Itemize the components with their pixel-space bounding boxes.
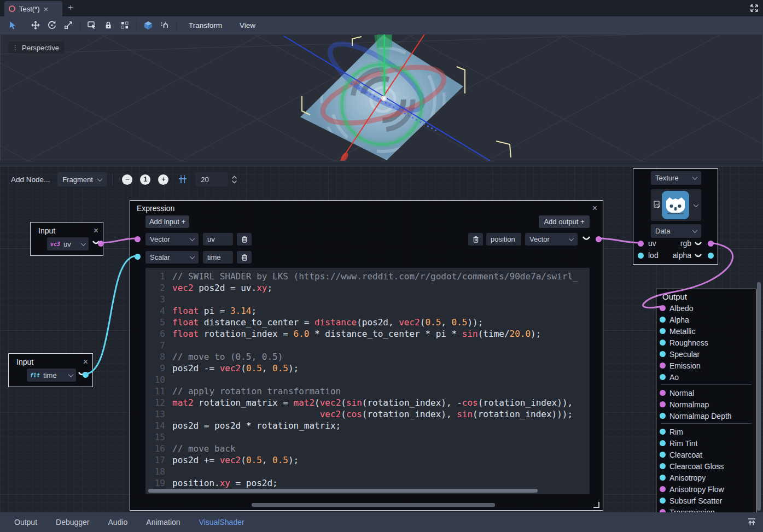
- bottom-tab-audio[interactable]: Audio: [102, 515, 135, 530]
- new-scene-tab-button[interactable]: +: [66, 2, 75, 13]
- texture-preview-widget[interactable]: [651, 189, 701, 221]
- zoom-out-button[interactable]: −: [122, 174, 132, 185]
- remove-input-button[interactable]: [237, 233, 252, 245]
- viewport-handle-icon: ⋮: [12, 44, 19, 51]
- output-port-row: Albedo: [656, 302, 756, 314]
- graph-node-expression[interactable]: Expression × Add input + Add output + Ve…: [130, 200, 603, 511]
- close-node-icon[interactable]: ×: [83, 358, 88, 366]
- input-type-dropdown[interactable]: Scalar: [145, 251, 199, 264]
- graph-horizontal-scrollbar[interactable]: [252, 503, 495, 507]
- input-port-transmission[interactable]: [660, 509, 666, 512]
- code-line: 6float rotation_index = 6.0 * distance_t…: [149, 328, 590, 340]
- remove-input-button[interactable]: [237, 251, 252, 264]
- local-space-toggle-button[interactable]: [140, 18, 156, 32]
- output-port-position[interactable]: [596, 236, 602, 242]
- input-port-rim-tint[interactable]: [660, 440, 666, 446]
- close-node-icon[interactable]: ×: [592, 204, 597, 213]
- close-node-icon[interactable]: ×: [94, 226, 98, 235]
- rotate-tool-button[interactable]: [44, 18, 60, 32]
- output-port-row: Metallic: [656, 325, 756, 337]
- snap-toggle-button[interactable]: [156, 18, 173, 32]
- snap-distance-spinbox[interactable]: 20: [195, 172, 228, 186]
- input-port-clearcoat-gloss[interactable]: [660, 463, 666, 469]
- select-tool-button[interactable]: [4, 18, 21, 32]
- input-type-dropdown[interactable]: Vector: [145, 233, 199, 245]
- input-port-rim[interactable]: [660, 429, 666, 435]
- bottom-tab-animation[interactable]: Animation: [139, 515, 187, 530]
- port-preview-icon[interactable]: [694, 241, 702, 247]
- port-preview-icon[interactable]: [582, 236, 591, 242]
- fullscreen-toggle-icon[interactable]: [750, 4, 759, 13]
- scale-tool-button[interactable]: [60, 18, 77, 32]
- graph-node-input-time[interactable]: Input × flt time: [8, 353, 93, 387]
- scene-tab-title: Test(*): [19, 5, 40, 13]
- input-name-field[interactable]: uv: [203, 233, 233, 245]
- input-port-albedo[interactable]: [660, 305, 666, 311]
- input-port-normalmap[interactable]: [660, 401, 666, 407]
- input-port-uv[interactable]: [638, 241, 644, 247]
- input-name-field[interactable]: time: [203, 251, 233, 264]
- output-type-dropdown[interactable]: Vector: [525, 233, 578, 245]
- graph-node-input-uv[interactable]: Input × vc3 uv: [30, 222, 103, 256]
- output-port-uv[interactable]: [98, 241, 104, 247]
- tab-close-icon[interactable]: ×: [44, 5, 49, 13]
- input-port-emission[interactable]: [660, 363, 666, 369]
- shader-stage-dropdown[interactable]: Fragment: [57, 172, 107, 186]
- output-port-alpha[interactable]: [708, 253, 714, 259]
- texture-data-dropdown[interactable]: Data: [651, 224, 701, 238]
- transform-menu[interactable]: Transform: [180, 21, 231, 30]
- port-group-separator: [661, 423, 752, 424]
- input-port-time[interactable]: [135, 254, 141, 260]
- visualshader-graph[interactable]: Add Node... Fragment − 1 + 20: [0, 166, 763, 512]
- code-line: 1// SWIRL SHADER by LKS (https://www.red…: [149, 271, 590, 282]
- input-port-alpha[interactable]: [660, 317, 666, 323]
- input-port-lod[interactable]: [638, 253, 644, 259]
- group-object-button[interactable]: [117, 18, 133, 32]
- input-port-subsurf-scatter[interactable]: [660, 498, 666, 504]
- view-menu[interactable]: View: [231, 21, 264, 30]
- port-label: alpha: [673, 251, 691, 260]
- port-label: Normal: [669, 389, 694, 397]
- input-port-normalmap-depth[interactable]: [660, 413, 666, 419]
- node-resize-handle[interactable]: [593, 502, 599, 508]
- remove-output-button[interactable]: [468, 233, 483, 245]
- zoom-reset-button[interactable]: 1: [140, 174, 150, 185]
- spinbox-stepper-icon[interactable]: [231, 176, 237, 184]
- input-port-roughness[interactable]: [660, 340, 666, 346]
- lock-object-button[interactable]: [100, 18, 117, 32]
- expand-bottom-panel-icon[interactable]: [747, 518, 756, 526]
- output-name-field[interactable]: position: [486, 233, 521, 245]
- input-port-normal[interactable]: [660, 390, 666, 396]
- move-tool-button[interactable]: [27, 18, 44, 32]
- input-port-ao[interactable]: [660, 374, 666, 380]
- bottom-tab-visualshader[interactable]: VisualShader: [193, 515, 251, 530]
- scene-tab-test[interactable]: Test(*) ×: [4, 1, 62, 16]
- list-select-tool-button[interactable]: [84, 18, 100, 32]
- grid-snap-toggle[interactable]: [174, 172, 191, 186]
- input-source-dropdown[interactable]: vc3 uv: [47, 237, 89, 250]
- input-port-metallic[interactable]: [660, 328, 666, 334]
- add-node-button[interactable]: Add Node...: [8, 172, 53, 187]
- expression-code-editor[interactable]: 1// SWIRL SHADER by LKS (https://www.red…: [145, 268, 590, 494]
- add-output-button[interactable]: Add output +: [539, 215, 590, 228]
- zoom-in-button[interactable]: +: [158, 174, 168, 185]
- graph-node-output[interactable]: Output AlbedoAlphaMetallicRoughnessSpecu…: [656, 289, 756, 512]
- input-port-specular[interactable]: [660, 351, 666, 357]
- 3d-viewport[interactable]: ⋮ Perspective: [0, 34, 763, 161]
- input-port-clearcoat[interactable]: [660, 452, 666, 458]
- input-source-dropdown[interactable]: flt time: [27, 369, 76, 382]
- input-port-anisotropy[interactable]: [660, 475, 666, 481]
- port-preview-icon[interactable]: [694, 253, 702, 259]
- output-port-time[interactable]: [83, 372, 89, 378]
- bottom-tab-output[interactable]: Output: [8, 515, 44, 530]
- input-port-anisotropy-flow[interactable]: [660, 486, 666, 492]
- output-port-row: Alpha: [656, 314, 756, 325]
- output-port-rgb[interactable]: [708, 241, 714, 247]
- code-horizontal-scrollbar[interactable]: [148, 489, 538, 493]
- code-line: 19position.xy = pos2d;: [149, 477, 590, 489]
- perspective-menu[interactable]: ⋮ Perspective: [8, 42, 65, 54]
- input-port-uv[interactable]: [135, 236, 141, 242]
- bottom-tab-debugger[interactable]: Debugger: [49, 515, 96, 530]
- add-input-button[interactable]: Add input +: [145, 215, 189, 228]
- graph-vertical-scrollbar[interactable]: [757, 282, 761, 511]
